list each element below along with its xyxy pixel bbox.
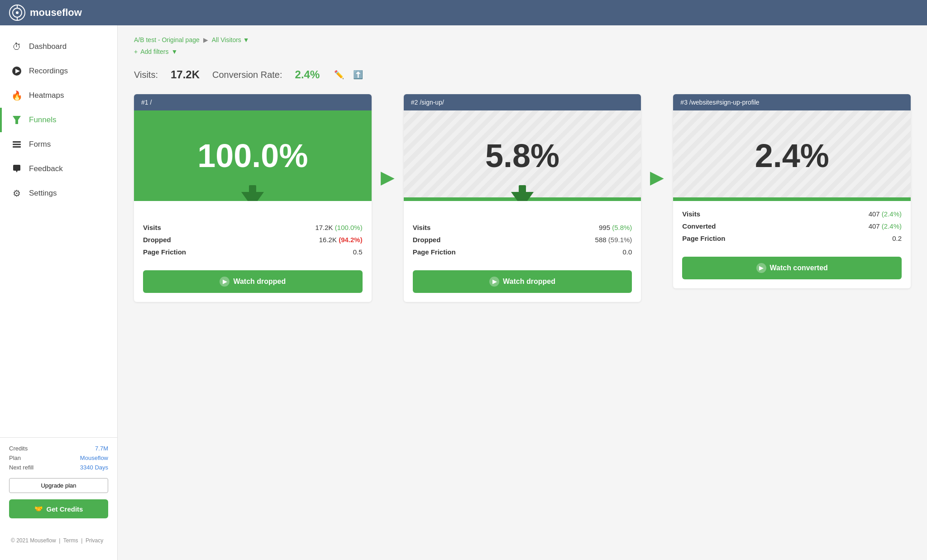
visits-row-step3: Visits 407 (2.4%) — [682, 210, 902, 218]
sidebar-bottom-info: Credits 7.7M Plan Mouseflow Next refill … — [0, 437, 117, 526]
funnel-card-step2: #2 /sign-up/ 5.8% Vis — [404, 94, 641, 302]
chevron-down-icon: ▼ — [243, 36, 249, 43]
friction-value-step2: 0.0 — [622, 248, 632, 256]
footer: © 2021 Mouseflow | Terms | Privacy — [0, 530, 117, 551]
card-percentage-area-step1: 100.0% — [134, 110, 372, 201]
visits-row-step1: Visits 17.2K (100.0%) — [143, 224, 363, 231]
dropped-row-step1: Dropped 16.2K (94.2%) — [143, 236, 363, 244]
conversion-rate-value: 2.4% — [295, 68, 320, 81]
stats-actions: ✏️ ⬆️ — [332, 68, 365, 81]
visits-label: Visits: — [134, 70, 158, 80]
funnel-card-step1: #1 / 100.0% Visits — [134, 94, 372, 302]
credits-icon: 🤝 — [34, 505, 43, 513]
next-refill-label: Next refill — [9, 464, 33, 471]
drop-arrow-step1 — [239, 183, 266, 201]
watch-converted-button-step3[interactable]: ▶ Watch converted — [682, 257, 902, 279]
svg-rect-8 — [13, 141, 21, 143]
stats-summary: Visits: 17.2K Conversion Rate: 2.4% ✏️ ⬆… — [134, 68, 911, 81]
export-icon[interactable]: ⬆️ — [351, 68, 365, 81]
dropped-value-step1: 16.2K (94.2%) — [319, 236, 363, 244]
card-percentage-step3: 2.4% — [755, 137, 829, 174]
next-refill-row: Next refill 3340 Days — [9, 464, 108, 471]
card-btn-area-step1: ▶ Watch dropped — [134, 264, 372, 302]
svg-rect-12 — [249, 185, 256, 193]
upgrade-plan-button[interactable]: Upgrade plan — [9, 478, 108, 493]
funnel-arrow-1: ▶ — [381, 94, 395, 187]
filter-icon: + — [134, 48, 138, 55]
terms-link[interactable]: Terms — [63, 537, 78, 544]
breadcrumb-ab-test[interactable]: A/B test - Original page — [134, 36, 200, 43]
play-icon-step3: ▶ — [756, 263, 766, 273]
sidebar-item-label: Funnels — [29, 115, 56, 124]
main-content: A/B test - Original page ▶ All Visitors … — [118, 25, 927, 560]
main-nav: ⏱ Dashboard Recordings 🔥 Heatmaps Funnel… — [0, 34, 117, 206]
visits-value: 17.2K — [171, 68, 200, 81]
converted-row-step3: Converted 407 (2.4%) — [682, 222, 902, 230]
sidebar-item-funnels[interactable]: Funnels — [0, 108, 117, 132]
card-btn-area-step3: ▶ Watch converted — [673, 250, 911, 288]
heatmaps-icon: 🔥 — [11, 90, 23, 101]
friction-value-step1: 0.5 — [353, 248, 363, 256]
card-percentage-area-step3: 2.4% — [673, 110, 911, 201]
dropped-row-step2: Dropped 588 (59.1%) — [413, 236, 632, 244]
card-header-step3: #3 /websites#sign-up-profile — [673, 94, 911, 110]
filter-bar[interactable]: + Add filters ▼ — [134, 48, 911, 55]
sidebar: ⏱ Dashboard Recordings 🔥 Heatmaps Funnel… — [0, 25, 118, 560]
sidebar-item-dashboard[interactable]: ⏱ Dashboard — [0, 34, 117, 59]
recordings-icon — [11, 65, 23, 77]
visits-value-step1: 17.2K (100.0%) — [315, 224, 362, 231]
breadcrumb-visitors[interactable]: All Visitors ▼ — [212, 36, 249, 43]
sidebar-item-label: Settings — [29, 189, 57, 198]
watch-dropped-button-step2[interactable]: ▶ Watch dropped — [413, 270, 632, 293]
top-header: mouseflow — [0, 0, 927, 25]
dashboard-icon: ⏱ — [11, 41, 23, 53]
card-percentage-step1: 100.0% — [197, 137, 308, 174]
play-icon-step2: ▶ — [489, 277, 499, 287]
logo-area: mouseflow — [9, 5, 82, 21]
funnel-card-step3: #3 /websites#sign-up-profile 2.4% Visits… — [673, 94, 911, 288]
app-name: mouseflow — [30, 7, 82, 19]
plan-value: Mouseflow — [80, 455, 108, 461]
watch-dropped-button-step1[interactable]: ▶ Watch dropped — [143, 270, 363, 293]
feedback-icon — [11, 163, 23, 175]
visits-value-step2: 995 (5.8%) — [599, 224, 632, 231]
friction-row-step2: Page Friction 0.0 — [413, 248, 632, 256]
copyright: © 2021 Mouseflow — [11, 537, 56, 544]
svg-marker-7 — [13, 116, 21, 124]
dropped-value-step2: 588 (59.1%) — [595, 236, 632, 244]
drop-arrow-step2 — [509, 183, 536, 201]
card-stats-step3: Visits 407 (2.4%) Converted 407 (2.4%) — [673, 201, 911, 250]
svg-rect-10 — [13, 146, 21, 148]
sidebar-item-recordings[interactable]: Recordings — [0, 59, 117, 83]
play-icon-step1: ▶ — [220, 277, 229, 287]
sidebar-item-label: Heatmaps — [29, 91, 64, 100]
credits-label: Credits — [9, 445, 28, 452]
sidebar-item-feedback[interactable]: Feedback — [0, 157, 117, 181]
card-stats-step2: Visits 995 (5.8%) Dropped 588 (59.1%) — [404, 215, 641, 264]
mouseflow-logo-icon — [9, 5, 25, 21]
breadcrumb: A/B test - Original page ▶ All Visitors … — [134, 36, 911, 43]
edit-icon[interactable]: ✏️ — [332, 68, 346, 81]
svg-point-4 — [16, 11, 19, 14]
sidebar-item-settings[interactable]: ⚙ Settings — [0, 181, 117, 206]
get-credits-button[interactable]: 🤝 Get Credits — [9, 499, 108, 518]
friction-row-step1: Page Friction 0.5 — [143, 248, 363, 256]
visits-value-step3: 407 (2.4%) — [869, 210, 902, 218]
sidebar-item-label: Feedback — [29, 164, 63, 173]
svg-rect-9 — [13, 144, 21, 145]
get-credits-label: Get Credits — [47, 505, 83, 513]
add-filters-label: Add filters — [140, 48, 168, 55]
plan-row: Plan Mouseflow — [9, 455, 108, 461]
card-percentage-step2: 5.8% — [485, 137, 559, 174]
next-refill-value: 3340 Days — [80, 464, 108, 471]
friction-row-step3: Page Friction 0.2 — [682, 235, 902, 242]
sidebar-item-heatmaps[interactable]: 🔥 Heatmaps — [0, 83, 117, 108]
privacy-link[interactable]: Privacy — [86, 537, 103, 544]
settings-icon: ⚙ — [11, 187, 23, 199]
filter-chevron-icon: ▼ — [171, 48, 177, 55]
sidebar-item-label: Forms — [29, 140, 51, 149]
plan-label: Plan — [9, 455, 21, 461]
credits-row: Credits 7.7M — [9, 445, 108, 452]
card-stats-step1: Visits 17.2K (100.0%) Dropped 16.2K (94.… — [134, 215, 372, 264]
sidebar-item-forms[interactable]: Forms — [0, 132, 117, 157]
